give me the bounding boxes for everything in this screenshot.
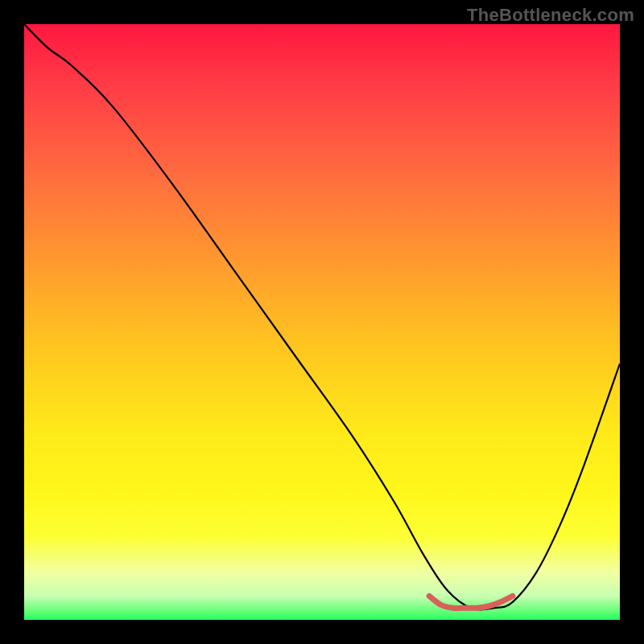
curve-svg [24, 24, 620, 620]
flat-minimum-marker [429, 596, 513, 608]
bottleneck-curve [24, 24, 620, 609]
watermark-text: TheBottleneck.com [467, 5, 634, 26]
plot-area [24, 24, 620, 620]
chart-container: TheBottleneck.com [0, 0, 644, 644]
